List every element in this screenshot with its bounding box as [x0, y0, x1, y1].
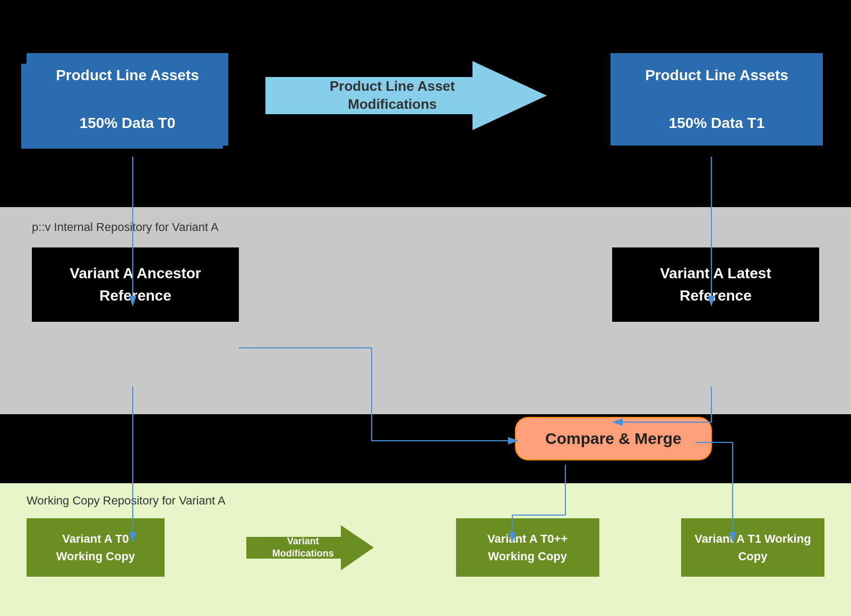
variant-a-t1-working-copy-box: Variant A T1 Working Copy — [681, 518, 824, 577]
variant-a-ancestor-reference-box: Variant A Ancestor Reference — [32, 247, 239, 322]
compare-merge-box: Compare & Merge — [515, 417, 712, 460]
variant-modifications-text: Variant Modifications — [258, 535, 348, 560]
working-copy-section: Working Copy Repository for Variant A Va… — [0, 483, 851, 616]
internal-repository-section: p::v Internal Repository for Variant A V… — [0, 207, 851, 414]
internal-repo-label: p::v Internal Repository for Variant A — [32, 220, 819, 234]
working-copy-label: Working Copy Repository for Variant A — [27, 494, 824, 508]
t0-wc-label: Variant A T0 Working Copy — [40, 530, 151, 565]
product-line-assets-t1-box: Product Line Assets 150% Data T1 — [611, 53, 823, 146]
modifications-arrow-text: Product Line Asset Modifications — [323, 78, 461, 114]
compare-merge-label: Compare & Merge — [545, 430, 682, 447]
variant-modifications-arrow: Variant Modifications — [246, 525, 374, 570]
t0-box-line2: 150% Data T0 — [80, 112, 176, 135]
t1-wc-label: Variant A T1 Working Copy — [692, 530, 814, 565]
t1-box-line1: Product Line Assets — [645, 64, 788, 88]
t0pp-wc-label: Variant A T0++ Working Copy — [467, 530, 589, 565]
ancestor-ref-label: Variant A Ancestor Reference — [53, 262, 218, 307]
latest-ref-label: Variant A Latest Reference — [633, 262, 798, 307]
product-line-assets-t0-box: Product Line Assets 150% Data T0 — [27, 53, 228, 146]
product-line-modifications-arrow: Product Line Asset Modifications — [265, 61, 547, 130]
t0-box-line1: Product Line Assets — [56, 64, 199, 88]
t1-box-line2: 150% Data T1 — [669, 112, 765, 135]
variant-a-t0pp-working-copy-box: Variant A T0++ Working Copy — [456, 518, 599, 577]
variant-a-t0-working-copy-box: Variant A T0 Working Copy — [27, 518, 165, 577]
variant-a-latest-reference-box: Variant A Latest Reference — [612, 247, 819, 322]
